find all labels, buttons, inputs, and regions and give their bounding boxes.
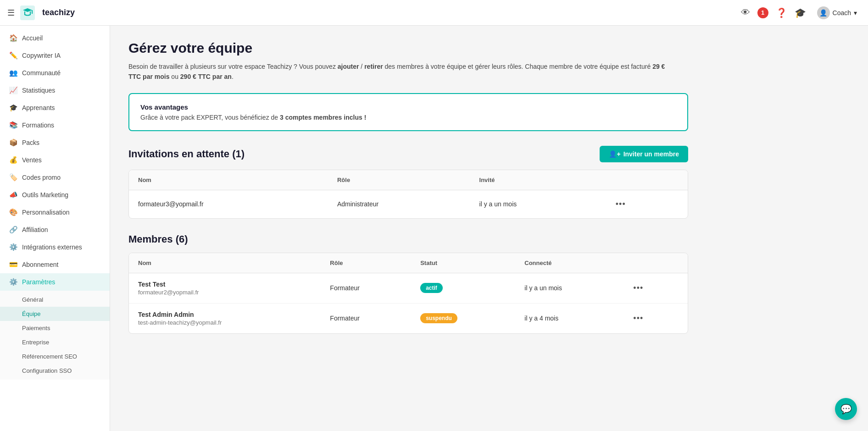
logo-text: teachizy xyxy=(42,8,75,17)
mem-actions: ••• xyxy=(620,303,688,333)
sidebar-item-ventes[interactable]: 💰Ventes xyxy=(0,151,110,169)
col-actions-mem xyxy=(620,253,688,273)
advantage-title: Vos avantages xyxy=(140,103,676,111)
status-badge: actif xyxy=(420,283,443,293)
nav-label-apprenants: Apprenants xyxy=(22,104,55,111)
nav-icon-statistiques: 📈 xyxy=(9,86,17,94)
sidebar-item-packs[interactable]: 📦Packs xyxy=(0,134,110,151)
advantage-box: Vos avantages Grâce à votre pack EXPERT,… xyxy=(128,93,688,131)
mem-email: formateur2@yopmail.fr xyxy=(138,289,312,296)
logo: teachizy xyxy=(20,6,75,20)
sidebar: 🏠Accueil✏️Copywriter IA👥Communauté📈Stati… xyxy=(0,26,110,431)
sidebar-item-personnalisation[interactable]: 🎨Personnalisation xyxy=(0,204,110,221)
header-right: 👁 1 ❓ 🎓 👤 Coach ▾ xyxy=(741,5,861,21)
nav-icon-accueil: 🏠 xyxy=(9,34,17,42)
status-badge: suspendu xyxy=(420,313,457,323)
user-menu[interactable]: 👤 Coach ▾ xyxy=(813,5,861,21)
invitations-table-card: Nom Rôle Invité formateur3@yopmail.fr Ad… xyxy=(128,170,688,219)
sidebar-item-outils-marketing[interactable]: 📣Outils Marketing xyxy=(0,186,110,204)
inv-actions: ••• xyxy=(603,190,688,218)
main-content: Gérez votre équipe Besoin de travailler … xyxy=(110,26,868,431)
more-options-button[interactable]: ••• xyxy=(629,312,647,325)
nav-label-affiliation: Affiliation xyxy=(22,226,48,233)
mem-actions: ••• xyxy=(620,273,688,303)
sub-item-referencement[interactable]: Référencement SEO xyxy=(0,349,110,364)
col-nom-inv: Nom xyxy=(129,170,328,190)
mem-role: Formateur xyxy=(321,303,411,333)
mem-status: suspendu xyxy=(411,303,515,333)
layout: 🏠Accueil✏️Copywriter IA👥Communauté📈Stati… xyxy=(0,0,868,431)
nav-label-accueil: Accueil xyxy=(22,34,43,42)
nav-icon-parametres: ⚙️ xyxy=(9,278,17,286)
inv-invited: il y a un mois xyxy=(470,190,603,218)
page-title: Gérez votre équipe xyxy=(128,40,850,56)
chat-button[interactable]: 💬 xyxy=(835,398,857,420)
col-actions-inv xyxy=(603,170,688,190)
more-options-button[interactable]: ••• xyxy=(629,282,647,295)
advantage-desc: Grâce à votre pack EXPERT, vous bénéfici… xyxy=(140,114,676,121)
table-row: formateur3@yopmail.fr Administrateur il … xyxy=(129,190,688,218)
sub-item-entreprise[interactable]: Entreprise xyxy=(0,335,110,349)
user-label: Coach xyxy=(833,9,851,17)
sidebar-item-codes-promo[interactable]: 🏷️Codes promo xyxy=(0,169,110,186)
col-invite: Invité xyxy=(470,170,603,190)
members-table-card: Nom Rôle Statut Connecté Test Test forma… xyxy=(128,253,688,334)
nav-icon-abonnement: 💳 xyxy=(9,260,17,269)
sidebar-item-parametres[interactable]: ⚙️Paramètres xyxy=(0,273,110,291)
nav-icon-affiliation: 🔗 xyxy=(9,226,17,234)
sidebar-item-formations[interactable]: 📚Formations xyxy=(0,116,110,134)
more-options-button[interactable]: ••• xyxy=(612,198,629,211)
nav-icon-packs: 📦 xyxy=(9,138,17,147)
members-header: Membres (6) xyxy=(128,233,688,245)
sidebar-item-copywriter[interactable]: ✏️Copywriter IA xyxy=(0,47,110,64)
nav-label-copywriter: Copywriter IA xyxy=(22,52,61,59)
nav-icon-codes-promo: 🏷️ xyxy=(9,173,17,182)
col-connecte: Connecté xyxy=(515,253,620,273)
sidebar-item-integrations[interactable]: ⚙️Intégrations externes xyxy=(0,238,110,256)
help-icon[interactable]: ❓ xyxy=(776,7,787,18)
nav-icon-apprenants: 🎓 xyxy=(9,104,17,112)
nav-icon-personnalisation: 🎨 xyxy=(9,208,17,216)
sidebar-item-affiliation[interactable]: 🔗Affiliation xyxy=(0,221,110,238)
col-nom-mem: Nom xyxy=(129,253,321,273)
table-row: Test Admin Admin test-admin-teachizy@yop… xyxy=(129,303,688,333)
mem-connected: il y a un mois xyxy=(515,273,620,303)
col-statut: Statut xyxy=(411,253,515,273)
nav-label-communaute: Communauté xyxy=(22,69,61,77)
mem-role: Formateur xyxy=(321,273,411,303)
nav-label-personnalisation: Personnalisation xyxy=(22,209,70,216)
sidebar-item-accueil[interactable]: 🏠Accueil xyxy=(0,29,110,47)
add-user-icon: 👤+ xyxy=(609,150,620,158)
table-row: Test Test formateur2@yopmail.fr Formateu… xyxy=(129,273,688,303)
invitations-table: Nom Rôle Invité formateur3@yopmail.fr Ad… xyxy=(129,170,688,218)
col-role-inv: Rôle xyxy=(328,170,470,190)
chat-icon: 💬 xyxy=(840,403,852,414)
nav-label-abonnement: Abonnement xyxy=(22,261,58,268)
nav-label-parametres: Paramètres xyxy=(22,278,55,286)
eye-icon[interactable]: 👁 xyxy=(741,7,750,18)
mortarboard-icon[interactable]: 🎓 xyxy=(795,7,806,18)
sub-item-configuration-sso[interactable]: Configuration SSO xyxy=(0,364,110,378)
sidebar-item-statistiques[interactable]: 📈Statistiques xyxy=(0,82,110,99)
sub-item-general[interactable]: Général xyxy=(0,293,110,307)
hamburger-icon[interactable]: ☰ xyxy=(7,8,15,18)
invitations-title: Invitations en attente (1) xyxy=(128,148,245,160)
sidebar-item-abonnement[interactable]: 💳Abonnement xyxy=(0,256,110,273)
sidebar-item-apprenants[interactable]: 🎓Apprenants xyxy=(0,99,110,116)
nav-icon-communaute: 👥 xyxy=(9,69,17,77)
mem-name-cell: Test Test formateur2@yopmail.fr xyxy=(129,273,321,303)
header-left: ☰ teachizy xyxy=(7,6,75,20)
nav-icon-integrations: ⚙️ xyxy=(9,243,17,251)
mem-status: actif xyxy=(411,273,515,303)
notification-badge[interactable]: 1 xyxy=(757,7,768,18)
mem-email: test-admin-teachizy@yopmail.fr xyxy=(138,319,312,326)
nav-label-codes-promo: Codes promo xyxy=(22,174,61,181)
mem-connected: il y a 4 mois xyxy=(515,303,620,333)
sub-item-paiements[interactable]: Paiements xyxy=(0,321,110,335)
col-role-mem: Rôle xyxy=(321,253,411,273)
invite-member-button[interactable]: 👤+ Inviter un membre xyxy=(600,146,688,162)
invitations-header-row: Nom Rôle Invité xyxy=(129,170,688,190)
sub-item-equipe[interactable]: Équipe xyxy=(0,307,110,321)
sidebar-item-communaute[interactable]: 👥Communauté xyxy=(0,64,110,82)
nav-icon-outils-marketing: 📣 xyxy=(9,191,17,199)
